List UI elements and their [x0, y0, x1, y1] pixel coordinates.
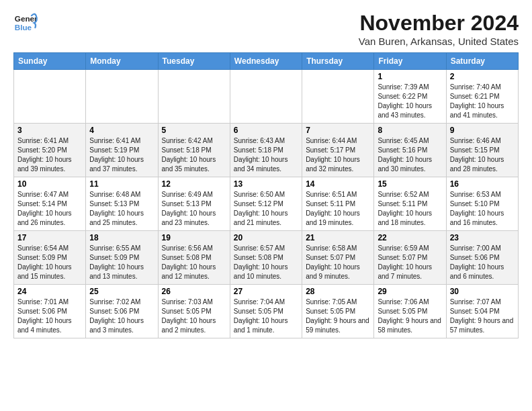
svg-text:General: General [15, 14, 38, 23]
day-info: Sunrise: 7:00 AM Sunset: 5:06 PM Dayligh… [450, 244, 515, 281]
day-info: Sunrise: 6:41 AM Sunset: 5:19 PM Dayligh… [89, 136, 154, 174]
day-number: 29 [378, 287, 442, 296]
day-number: 1 [378, 72, 442, 81]
day-number: 14 [306, 179, 370, 189]
calendar-week-row: 3Sunrise: 6:41 AM Sunset: 5:20 PM Daylig… [14, 124, 519, 177]
day-info: Sunrise: 6:58 AM Sunset: 5:07 PM Dayligh… [306, 244, 370, 281]
day-number: 17 [17, 233, 82, 242]
day-number: 24 [17, 287, 82, 296]
day-number: 5 [162, 126, 226, 135]
col-tuesday: Tuesday [158, 53, 230, 70]
day-info: Sunrise: 7:05 AM Sunset: 5:05 PM Dayligh… [306, 298, 370, 335]
day-info: Sunrise: 7:39 AM Sunset: 6:22 PM Dayligh… [378, 83, 442, 120]
table-row [230, 70, 302, 124]
day-info: Sunrise: 6:54 AM Sunset: 5:09 PM Dayligh… [17, 244, 82, 281]
col-friday: Friday [374, 53, 446, 70]
day-number: 15 [378, 179, 442, 189]
calendar-week-row: 1Sunrise: 7:39 AM Sunset: 6:22 PM Daylig… [14, 70, 519, 124]
table-row: 24Sunrise: 7:01 AM Sunset: 5:06 PM Dayli… [14, 285, 86, 338]
table-row [158, 70, 230, 124]
day-info: Sunrise: 6:55 AM Sunset: 5:09 PM Dayligh… [89, 244, 154, 281]
table-row: 6Sunrise: 6:43 AM Sunset: 5:18 PM Daylig… [230, 124, 302, 177]
col-thursday: Thursday [302, 53, 374, 70]
table-row: 7Sunrise: 6:44 AM Sunset: 5:17 PM Daylig… [302, 124, 374, 177]
table-row: 26Sunrise: 7:03 AM Sunset: 5:05 PM Dayli… [158, 285, 230, 338]
day-number: 13 [234, 179, 298, 189]
table-row: 12Sunrise: 6:49 AM Sunset: 5:13 PM Dayli… [158, 177, 230, 231]
calendar-table: Sunday Monday Tuesday Wednesday Thursday… [13, 52, 519, 338]
table-row [302, 70, 374, 124]
calendar-week-row: 24Sunrise: 7:01 AM Sunset: 5:06 PM Dayli… [14, 285, 519, 338]
day-info: Sunrise: 6:46 AM Sunset: 5:15 PM Dayligh… [450, 136, 515, 174]
day-info: Sunrise: 7:07 AM Sunset: 5:04 PM Dayligh… [450, 298, 515, 335]
day-number: 22 [378, 233, 442, 242]
day-info: Sunrise: 6:50 AM Sunset: 5:12 PM Dayligh… [234, 190, 298, 228]
col-monday: Monday [86, 53, 158, 70]
day-number: 8 [378, 126, 442, 135]
table-row: 16Sunrise: 6:53 AM Sunset: 5:10 PM Dayli… [446, 177, 518, 231]
col-saturday: Saturday [446, 53, 518, 70]
day-number: 7 [306, 126, 370, 135]
day-info: Sunrise: 6:57 AM Sunset: 5:08 PM Dayligh… [234, 244, 298, 281]
table-row: 17Sunrise: 6:54 AM Sunset: 5:09 PM Dayli… [14, 231, 86, 285]
table-row: 3Sunrise: 6:41 AM Sunset: 5:20 PM Daylig… [14, 124, 86, 177]
day-number: 25 [89, 287, 154, 296]
svg-text:Blue: Blue [15, 23, 32, 32]
day-number: 20 [234, 233, 298, 242]
table-row: 29Sunrise: 7:06 AM Sunset: 5:05 PM Dayli… [374, 285, 446, 338]
day-number: 27 [234, 287, 298, 296]
calendar-week-row: 17Sunrise: 6:54 AM Sunset: 5:09 PM Dayli… [14, 231, 519, 285]
location: Van Buren, Arkansas, United States [359, 36, 519, 47]
day-number: 12 [162, 179, 226, 189]
day-number: 30 [450, 287, 515, 296]
day-info: Sunrise: 6:49 AM Sunset: 5:13 PM Dayligh… [162, 190, 226, 228]
table-row: 9Sunrise: 6:46 AM Sunset: 5:15 PM Daylig… [446, 124, 518, 177]
table-row: 23Sunrise: 7:00 AM Sunset: 5:06 PM Dayli… [446, 231, 518, 285]
month-title: November 2024 [359, 11, 519, 36]
table-row: 27Sunrise: 7:04 AM Sunset: 5:05 PM Dayli… [230, 285, 302, 338]
table-row [14, 70, 86, 124]
day-info: Sunrise: 6:53 AM Sunset: 5:10 PM Dayligh… [450, 190, 515, 228]
day-info: Sunrise: 6:45 AM Sunset: 5:16 PM Dayligh… [378, 136, 442, 174]
table-row: 30Sunrise: 7:07 AM Sunset: 5:04 PM Dayli… [446, 285, 518, 338]
table-row: 11Sunrise: 6:48 AM Sunset: 5:13 PM Dayli… [86, 177, 158, 231]
day-number: 16 [450, 179, 515, 189]
day-number: 6 [234, 126, 298, 135]
table-row: 21Sunrise: 6:58 AM Sunset: 5:07 PM Dayli… [302, 231, 374, 285]
table-row: 13Sunrise: 6:50 AM Sunset: 5:12 PM Dayli… [230, 177, 302, 231]
table-row: 5Sunrise: 6:42 AM Sunset: 5:18 PM Daylig… [158, 124, 230, 177]
day-number: 28 [306, 287, 370, 296]
day-info: Sunrise: 6:41 AM Sunset: 5:20 PM Dayligh… [17, 136, 82, 174]
day-info: Sunrise: 7:02 AM Sunset: 5:06 PM Dayligh… [89, 298, 154, 335]
day-info: Sunrise: 6:51 AM Sunset: 5:11 PM Dayligh… [306, 190, 370, 228]
day-number: 18 [89, 233, 154, 242]
day-info: Sunrise: 6:56 AM Sunset: 5:08 PM Dayligh… [162, 244, 226, 281]
day-info: Sunrise: 6:43 AM Sunset: 5:18 PM Dayligh… [234, 136, 298, 174]
table-row: 18Sunrise: 6:55 AM Sunset: 5:09 PM Dayli… [86, 231, 158, 285]
table-row: 14Sunrise: 6:51 AM Sunset: 5:11 PM Dayli… [302, 177, 374, 231]
day-number: 3 [17, 126, 82, 135]
table-row: 20Sunrise: 6:57 AM Sunset: 5:08 PM Dayli… [230, 231, 302, 285]
day-number: 19 [162, 233, 226, 242]
col-sunday: Sunday [14, 53, 86, 70]
day-number: 9 [450, 126, 515, 135]
table-row: 22Sunrise: 6:59 AM Sunset: 5:07 PM Dayli… [374, 231, 446, 285]
day-number: 2 [450, 72, 515, 81]
day-number: 11 [89, 179, 154, 189]
day-info: Sunrise: 6:52 AM Sunset: 5:11 PM Dayligh… [378, 190, 442, 228]
day-number: 10 [17, 179, 82, 189]
table-row: 1Sunrise: 7:39 AM Sunset: 6:22 PM Daylig… [374, 70, 446, 124]
title-block: November 2024 Van Buren, Arkansas, Unite… [359, 11, 519, 47]
day-info: Sunrise: 7:01 AM Sunset: 5:06 PM Dayligh… [17, 298, 82, 335]
day-info: Sunrise: 7:04 AM Sunset: 5:05 PM Dayligh… [234, 298, 298, 335]
table-row [86, 70, 158, 124]
logo: General Blue [13, 11, 38, 35]
day-number: 23 [450, 233, 515, 242]
table-row: 25Sunrise: 7:02 AM Sunset: 5:06 PM Dayli… [86, 285, 158, 338]
table-row: 2Sunrise: 7:40 AM Sunset: 6:21 PM Daylig… [446, 70, 518, 124]
day-info: Sunrise: 7:06 AM Sunset: 5:05 PM Dayligh… [378, 298, 442, 335]
table-row: 19Sunrise: 6:56 AM Sunset: 5:08 PM Dayli… [158, 231, 230, 285]
calendar-header-row: Sunday Monday Tuesday Wednesday Thursday… [14, 53, 519, 70]
table-row: 4Sunrise: 6:41 AM Sunset: 5:19 PM Daylig… [86, 124, 158, 177]
table-row: 28Sunrise: 7:05 AM Sunset: 5:05 PM Dayli… [302, 285, 374, 338]
